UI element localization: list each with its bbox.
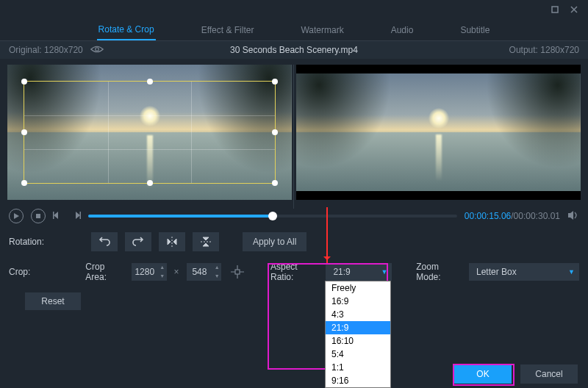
aspect-option[interactable]: 9:16 (326, 374, 390, 387)
next-frame-button[interactable] (71, 210, 81, 223)
aspect-ratio-select[interactable]: 21:9▼ (326, 263, 392, 281)
dim-separator: × (174, 267, 179, 277)
aspect-option[interactable]: 16:10 (326, 334, 390, 348)
aspect-option[interactable]: 16:9 (326, 295, 390, 308)
crop-handle-t[interactable] (147, 79, 153, 85)
svg-marker-8 (568, 211, 573, 220)
tab-subtitle[interactable]: Subtitle (459, 21, 491, 40)
crop-handle-r[interactable] (272, 129, 278, 135)
aspect-option[interactable]: 1:1 (326, 361, 390, 374)
svg-rect-13 (235, 270, 240, 274)
minimize-button[interactable] (547, 3, 563, 16)
svg-marker-11 (203, 237, 209, 240)
reset-row: Reset (9, 292, 579, 310)
aspect-option[interactable]: 4:3 (326, 308, 390, 321)
aspect-option[interactable]: Freely (326, 281, 390, 295)
width-down[interactable]: ▼ (158, 272, 167, 281)
crop-handle-b[interactable] (147, 180, 153, 186)
play-button[interactable] (9, 209, 24, 223)
rotation-row: Rotation: Apply to All (9, 232, 579, 251)
aspect-ratio-dropdown[interactable]: Freely16:94:321:916:105:41:19:16 (325, 281, 391, 388)
playback-bar: 00:00:15.06/00:00:30.01 (0, 206, 588, 226)
crop-handle-br[interactable] (272, 180, 278, 186)
prev-frame-button[interactable] (53, 210, 63, 223)
seek-thumb[interactable] (268, 212, 277, 220)
svg-marker-4 (54, 212, 58, 219)
preview-visibility-icon[interactable] (90, 45, 104, 56)
zoom-mode-select[interactable]: Letter Box▼ (469, 263, 579, 281)
svg-point-1 (96, 47, 99, 51)
crop-height-field[interactable]: 548 ▲▼ (187, 263, 222, 281)
editor-window: Rotate & Crop Effect & Filter Watermark … (0, 0, 588, 388)
preview-output (296, 65, 581, 200)
crop-handle-bl[interactable] (21, 180, 27, 186)
tab-watermark[interactable]: Watermark (299, 21, 345, 40)
preview-row (0, 59, 588, 206)
svg-rect-3 (36, 214, 40, 218)
preview-original[interactable] (7, 65, 292, 200)
svg-marker-10 (173, 239, 176, 245)
apply-to-all-button[interactable]: Apply to All (243, 232, 306, 251)
crop-box[interactable] (24, 81, 276, 184)
bottom-bar: OK Cancel (0, 360, 588, 388)
tab-audio[interactable]: Audio (390, 21, 415, 40)
crop-handle-tr[interactable] (272, 79, 278, 85)
svg-marker-6 (76, 212, 80, 219)
svg-marker-9 (168, 239, 171, 245)
height-down[interactable]: ▼ (212, 272, 221, 281)
crop-width-field[interactable]: 1280 ▲▼ (132, 263, 167, 281)
crop-handle-l[interactable] (21, 129, 27, 135)
chevron-down-icon: ▼ (568, 268, 575, 276)
crop-row: Crop: Crop Area: 1280 ▲▼ × 548 ▲▼ Aspect… (9, 262, 579, 282)
crop-label: Crop: (9, 267, 49, 277)
chevron-down-icon: ▼ (381, 268, 387, 276)
volume-icon[interactable] (567, 209, 579, 223)
aspect-option[interactable]: 5:4 (326, 348, 390, 361)
seek-slider[interactable] (88, 215, 457, 218)
svg-rect-7 (80, 212, 82, 219)
rotation-label: Rotation: (9, 237, 53, 247)
ok-button[interactable]: OK (454, 364, 512, 384)
svg-rect-5 (53, 212, 54, 219)
center-crop-button[interactable] (229, 262, 246, 281)
controls-panel: Rotation: Apply to All Crop: Crop Area: … (0, 226, 588, 316)
width-up[interactable]: ▲ (158, 263, 167, 272)
original-label: Original: 1280x720 (9, 45, 83, 55)
svg-rect-0 (552, 7, 558, 12)
cancel-button[interactable]: Cancel (520, 364, 578, 384)
tab-rotate-crop[interactable]: Rotate & Crop (97, 20, 156, 40)
rotate-ccw-button[interactable] (91, 232, 118, 251)
svg-marker-12 (203, 243, 209, 246)
output-label: Output: 1280x720 (509, 45, 579, 55)
svg-marker-2 (14, 213, 19, 219)
titlebar (0, 0, 588, 19)
close-button[interactable] (566, 3, 582, 16)
tab-bar: Rotate & Crop Effect & Filter Watermark … (0, 19, 588, 41)
rotate-cw-button[interactable] (125, 232, 151, 251)
crop-handle-tl[interactable] (21, 79, 27, 85)
aspect-ratio-label: Aspect Ratio: (270, 262, 318, 282)
crop-area-label: Crop Area: (85, 262, 124, 282)
info-bar: Original: 1280x720 30 Seconds Beach Scen… (0, 41, 588, 59)
zoom-mode-label: Zoom Mode: (416, 262, 462, 282)
reset-button[interactable]: Reset (25, 292, 81, 310)
stop-button[interactable] (31, 209, 46, 223)
flip-horizontal-button[interactable] (159, 232, 185, 251)
tab-effect-filter[interactable]: Effect & Filter (200, 21, 256, 40)
annotation-arrow (326, 207, 328, 263)
height-up[interactable]: ▲ (212, 263, 221, 272)
time-display: 00:00:15.06/00:00:30.01 (465, 211, 560, 221)
aspect-option[interactable]: 21:9 (326, 321, 390, 334)
flip-vertical-button[interactable] (193, 232, 219, 251)
